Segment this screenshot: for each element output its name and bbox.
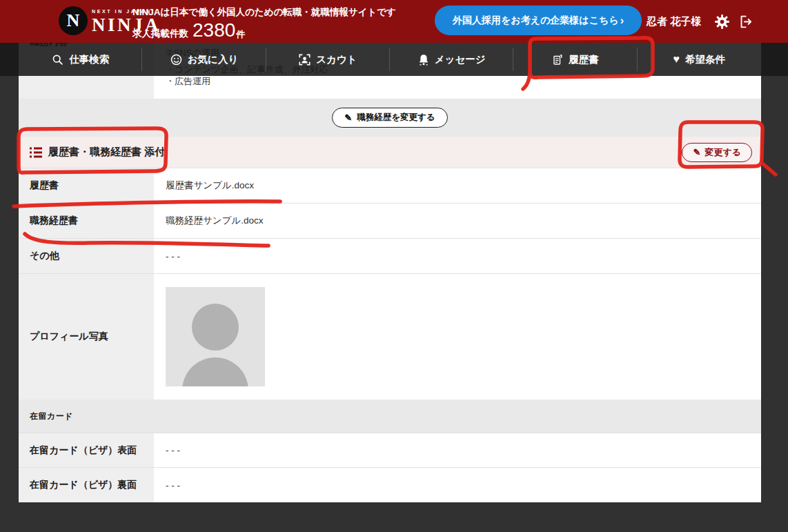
cv-file-name: 職務経歴サンプル.docx <box>154 204 761 238</box>
change-attachments-button-label: 変更する <box>705 146 741 159</box>
resume-content-card: 職務内容 ②SNSの運用 ・コンテンツ企画、記事作成、外注対応 ・広告運用 ✎ … <box>19 28 761 502</box>
employer-link-button[interactable]: 外国人採用をお考えの企業様はこちら › <box>435 6 642 35</box>
jobs-count-number: 2380 <box>193 21 235 40</box>
nav-item-label: 履歴書 <box>569 53 599 66</box>
row-label: 履歴書 <box>19 168 154 203</box>
job-desc-line: ・広告運用 <box>166 75 761 87</box>
avatar-placeholder-icon <box>166 287 265 386</box>
row-label: プロフィール写真 <box>19 274 154 400</box>
search-icon <box>52 54 63 66</box>
site-header: N NEXT IN JAPAN NINJA NINJAは日本で働く外国人のための… <box>0 0 788 43</box>
nav-item-label: スカウト <box>316 53 357 66</box>
career-change-band: ✎ 職務経歴を変更する <box>19 99 761 137</box>
site-description: NINJAは日本で働く外国人のための転職・就職情報サイトです 求人掲載件数 23… <box>132 6 396 40</box>
main-nav: 仕事検索 お気に入り スカウト <box>0 43 788 76</box>
annotation-tail-change-button <box>762 163 776 175</box>
pencil-icon: ✎ <box>693 148 700 157</box>
row-label: 職務経歴書 <box>19 204 154 238</box>
nav-item-label: 仕事検索 <box>69 53 109 66</box>
nav-item-label: 希望条件 <box>685 53 725 66</box>
bell-icon <box>418 54 429 66</box>
jobs-count-label: 求人掲載件数 <box>132 29 188 41</box>
user-name: 忍者 花子様 <box>647 0 701 43</box>
chevron-right-icon: › <box>620 14 624 27</box>
logo-mark: N <box>67 10 80 31</box>
change-career-button[interactable]: ✎ 職務経歴を変更する <box>332 108 447 128</box>
section-header-residence-card: 在留カード <box>19 400 761 433</box>
pencil-icon: ✎ <box>344 113 352 122</box>
logout-icon <box>739 14 753 29</box>
document-icon <box>552 54 563 66</box>
section-title: 履歴書・職務経歴書 添付 <box>48 146 682 159</box>
row-label: その他 <box>19 239 154 273</box>
row-value-empty: - - - <box>154 433 761 467</box>
nav-item-messages[interactable]: メッセージ <box>390 43 513 76</box>
logout-button[interactable] <box>739 0 753 43</box>
table-row-cv: 職務経歴書 職務経歴サンプル.docx <box>19 203 761 238</box>
row-value <box>154 274 761 400</box>
row-label: 在留カード（ビザ）裏面 <box>19 468 154 502</box>
resume-file-name: 履歴書サンプル.docx <box>154 168 761 203</box>
gear-icon <box>714 14 730 30</box>
page: 職務内容 ②SNSの運用 ・コンテンツ企画、記事作成、外注対応 ・広告運用 ✎ … <box>0 0 788 532</box>
table-row-resume: 履歴書 履歴書サンプル.docx <box>19 168 761 203</box>
heart-icon: ♥ <box>673 54 680 65</box>
section-title: 在留カード <box>30 411 73 422</box>
table-row-profile-photo: プロフィール写真 <box>19 273 761 400</box>
nav-item-job-search[interactable]: 仕事検索 <box>19 43 142 76</box>
nav-item-label: メッセージ <box>435 53 486 66</box>
ninja-logo-icon[interactable]: N <box>59 6 88 35</box>
scout-icon <box>299 54 311 66</box>
avatar <box>166 287 265 386</box>
list-icon <box>30 147 42 158</box>
table-row-visa-front: 在留カード（ビザ）表面 - - - <box>19 433 761 467</box>
row-label: 在留カード（ビザ）表面 <box>19 433 154 467</box>
table-row-other: その他 - - - <box>19 238 761 273</box>
nav-item-scout[interactable]: スカウト <box>266 43 390 76</box>
row-value-empty: - - - <box>154 239 761 273</box>
site-tagline: NINJAは日本で働く外国人のための転職・就職情報サイトです <box>132 6 396 19</box>
section-header-attachments: 履歴書・職務経歴書 添付 ✎ 変更する <box>19 137 761 168</box>
nav-item-preferences[interactable]: ♥ 希望条件 <box>638 43 761 76</box>
change-attachments-button[interactable]: ✎ 変更する <box>682 143 752 162</box>
change-career-button-label: 職務経歴を変更する <box>357 112 435 124</box>
nav-item-resume[interactable]: 履歴書 <box>513 43 637 76</box>
settings-button[interactable] <box>714 0 730 43</box>
smiley-icon <box>170 54 182 66</box>
nav-item-favorites[interactable]: お気に入り <box>142 43 266 76</box>
jobs-count-unit: 件 <box>236 30 245 40</box>
nav-item-label: お気に入り <box>188 53 239 66</box>
employer-button-label: 外国人採用をお考えの企業様はこちら <box>453 14 619 27</box>
table-row-visa-back: 在留カード（ビザ）裏面 - - - <box>19 467 761 502</box>
row-value-empty: - - - <box>154 468 761 502</box>
jobs-count: 求人掲載件数 2380 件 <box>132 21 396 40</box>
